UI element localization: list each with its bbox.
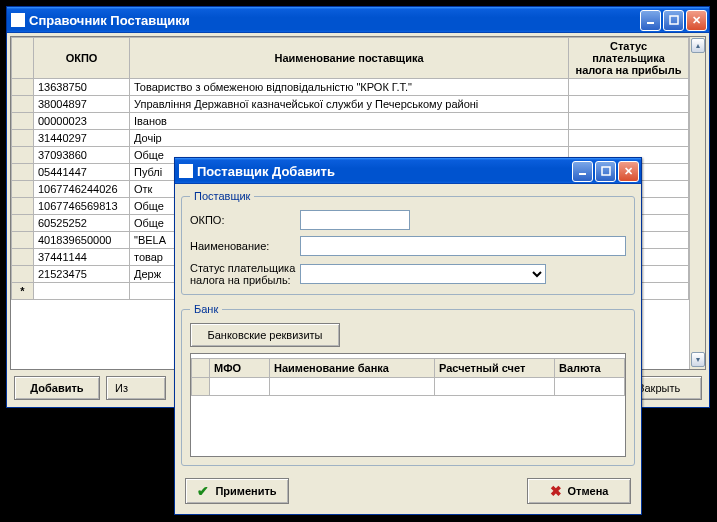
close-button[interactable]: ✕ bbox=[686, 10, 707, 31]
row-header bbox=[12, 215, 34, 232]
app-icon bbox=[11, 13, 25, 27]
app-icon bbox=[179, 164, 193, 178]
x-icon: ✖ bbox=[550, 483, 562, 499]
supplier-group-legend: Поставщик bbox=[190, 190, 254, 202]
dialog-close-button[interactable]: ✕ bbox=[618, 161, 639, 182]
table-row[interactable]: 38004897Управління Державної казначейськ… bbox=[12, 96, 689, 113]
cell-okpo: 21523475 bbox=[34, 266, 130, 283]
svg-rect-2 bbox=[579, 173, 586, 175]
scroll-up-icon[interactable]: ▴ bbox=[691, 38, 705, 53]
okpo-input[interactable] bbox=[300, 210, 410, 230]
status-label: Статус плательщика налога на прибыль: bbox=[190, 262, 300, 286]
row-header bbox=[12, 249, 34, 266]
svg-rect-3 bbox=[602, 167, 610, 175]
cancel-label: Отмена bbox=[568, 485, 609, 497]
row-header bbox=[12, 113, 34, 130]
cell-okpo: 05441447 bbox=[34, 164, 130, 181]
status-select[interactable] bbox=[300, 264, 546, 284]
check-icon: ✔ bbox=[197, 483, 209, 499]
maximize-button[interactable] bbox=[663, 10, 684, 31]
main-title: Справочник Поставщики bbox=[29, 13, 638, 28]
cell-name: Дочір bbox=[130, 130, 569, 147]
dialog-title: Поставщик Добавить bbox=[197, 164, 570, 179]
row-header bbox=[12, 164, 34, 181]
col-mfo[interactable]: МФО bbox=[210, 359, 270, 378]
bank-row-header bbox=[192, 359, 210, 378]
name-label: Наименование: bbox=[190, 240, 300, 252]
add-button[interactable]: Добавить bbox=[14, 376, 100, 400]
bank-row[interactable] bbox=[192, 378, 625, 396]
cell-status bbox=[569, 113, 689, 130]
cell-okpo: 13638750 bbox=[34, 79, 130, 96]
minimize-button[interactable] bbox=[640, 10, 661, 31]
cell-name: Товариство з обмеженою відповідальністю … bbox=[130, 79, 569, 96]
row-header bbox=[12, 130, 34, 147]
row-header bbox=[12, 181, 34, 198]
dialog-window: Поставщик Добавить ✕ Поставщик ОКПО: Наи… bbox=[174, 157, 642, 515]
table-row[interactable]: 31440297Дочір bbox=[12, 130, 689, 147]
row-header bbox=[12, 147, 34, 164]
cell-okpo: 37441144 bbox=[34, 249, 130, 266]
svg-rect-0 bbox=[647, 22, 654, 24]
new-row-marker: * bbox=[12, 283, 34, 300]
cell-okpo: 38004897 bbox=[34, 96, 130, 113]
edit-button[interactable]: Из bbox=[106, 376, 166, 400]
col-currency[interactable]: Валюта bbox=[555, 359, 625, 378]
row-header bbox=[12, 79, 34, 96]
table-row[interactable]: 13638750Товариство з обмеженою відповіда… bbox=[12, 79, 689, 96]
apply-button[interactable]: ✔ Применить bbox=[185, 478, 289, 504]
cell-okpo: 37093860 bbox=[34, 147, 130, 164]
bank-grid[interactable]: МФО Наименование банка Расчетный счет Ва… bbox=[191, 358, 625, 396]
row-header bbox=[12, 198, 34, 215]
row-header bbox=[12, 96, 34, 113]
name-input[interactable] bbox=[300, 236, 626, 256]
cell-okpo: 00000023 bbox=[34, 113, 130, 130]
cell-status bbox=[569, 130, 689, 147]
row-header-blank bbox=[12, 38, 34, 79]
okpo-label: ОКПО: bbox=[190, 214, 300, 226]
main-titlebar[interactable]: Справочник Поставщики ✕ bbox=[7, 7, 709, 33]
cell-okpo: 1067746569813 bbox=[34, 198, 130, 215]
supplier-group: Поставщик ОКПО: Наименование: Статус пла… bbox=[181, 190, 635, 295]
table-row[interactable]: 00000023Іванов bbox=[12, 113, 689, 130]
cell-status bbox=[569, 96, 689, 113]
cell-status bbox=[569, 79, 689, 96]
bank-group: Банк Банковские реквизиты МФО Наименован… bbox=[181, 303, 635, 466]
scroll-down-icon[interactable]: ▾ bbox=[691, 352, 705, 367]
cell-name: Управління Державної казначейської служб… bbox=[130, 96, 569, 113]
row-header bbox=[12, 266, 34, 283]
cell-okpo: 401839650000 bbox=[34, 232, 130, 249]
bank-group-legend: Банк bbox=[190, 303, 222, 315]
svg-rect-1 bbox=[670, 16, 678, 24]
cell-okpo: 60525252 bbox=[34, 215, 130, 232]
dialog-titlebar[interactable]: Поставщик Добавить ✕ bbox=[175, 158, 641, 184]
cell-okpo: 31440297 bbox=[34, 130, 130, 147]
cell-okpo: 1067746244026 bbox=[34, 181, 130, 198]
bank-details-button[interactable]: Банковские реквизиты bbox=[190, 323, 340, 347]
col-bank-name[interactable]: Наименование банка bbox=[270, 359, 435, 378]
cell-name: Іванов bbox=[130, 113, 569, 130]
col-status[interactable]: Статус плательщика налога на прибыль bbox=[569, 38, 689, 79]
vertical-scrollbar[interactable]: ▴ ▾ bbox=[689, 37, 705, 369]
dialog-maximize-button[interactable] bbox=[595, 161, 616, 182]
col-account[interactable]: Расчетный счет bbox=[435, 359, 555, 378]
cancel-button[interactable]: ✖ Отмена bbox=[527, 478, 631, 504]
dialog-minimize-button[interactable] bbox=[572, 161, 593, 182]
apply-label: Применить bbox=[215, 485, 276, 497]
col-name[interactable]: Наименование поставщика bbox=[130, 38, 569, 79]
col-okpo[interactable]: ОКПО bbox=[34, 38, 130, 79]
row-header bbox=[12, 232, 34, 249]
